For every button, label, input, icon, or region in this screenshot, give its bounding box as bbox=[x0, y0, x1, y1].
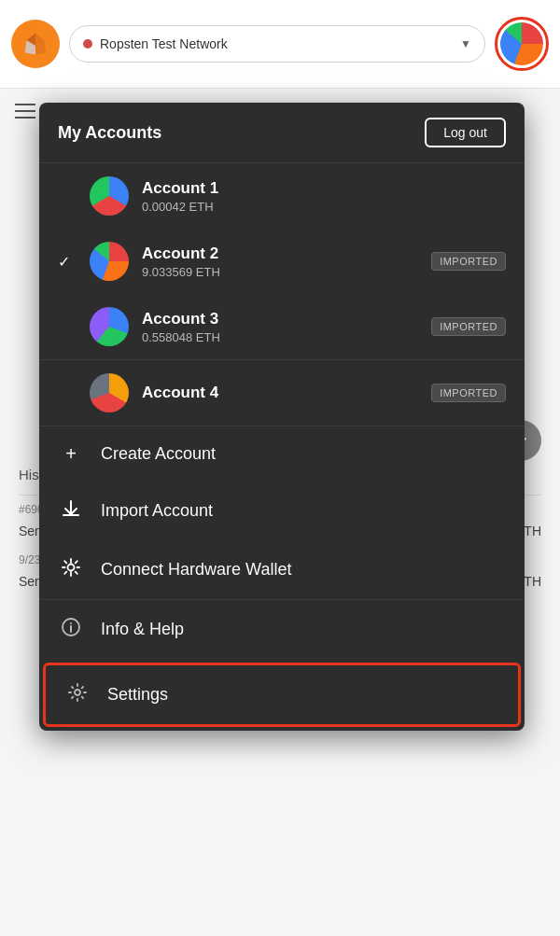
create-account-label: Create Account bbox=[101, 444, 216, 464]
action-list: + Create Account Import Account Connect … bbox=[39, 426, 525, 600]
svg-point-7 bbox=[68, 565, 75, 571]
account-info-3: Account 3 0.558048 ETH bbox=[142, 310, 418, 344]
accounts-dropdown: My Accounts Log out Account 1 0.00042 ET… bbox=[39, 103, 525, 731]
logout-button[interactable]: Log out bbox=[425, 118, 506, 147]
account-balance-2: 9.033569 ETH bbox=[142, 265, 418, 279]
imported-badge-4: IMPORTED bbox=[431, 384, 506, 402]
account-item-2[interactable]: ✓ Account 2 9.033569 ETH IMPORTED bbox=[39, 229, 525, 294]
account-info-4: Account 4 bbox=[142, 384, 418, 402]
account-item-4[interactable]: Account 4 IMPORTED bbox=[39, 359, 525, 426]
metamask-logo bbox=[11, 20, 60, 68]
info-help-item[interactable]: Info & Help bbox=[39, 600, 525, 659]
account-info-1: Account 1 0.00042 ETH bbox=[142, 179, 506, 214]
dropdown-header: My Accounts Log out bbox=[39, 103, 525, 163]
account-avatar-2 bbox=[90, 242, 129, 281]
settings-label: Settings bbox=[107, 685, 168, 705]
settings-icon bbox=[64, 682, 91, 707]
import-account-label: Import Account bbox=[101, 501, 213, 521]
topbar: Ropsten Test Network ▼ bbox=[0, 0, 560, 89]
info-icon bbox=[58, 617, 84, 642]
settings-item[interactable]: Settings bbox=[43, 663, 521, 727]
dropdown-title: My Accounts bbox=[58, 123, 161, 143]
svg-point-10 bbox=[75, 690, 80, 695]
account-avatar-1 bbox=[90, 176, 129, 216]
avatar bbox=[500, 22, 543, 65]
account-avatar-3 bbox=[90, 307, 129, 346]
account-name-1: Account 1 bbox=[142, 179, 506, 198]
hamburger-icon[interactable] bbox=[15, 104, 35, 119]
network-name: Ropsten Test Network bbox=[100, 36, 453, 51]
imported-badge-3: IMPORTED bbox=[431, 317, 506, 336]
create-account-icon: + bbox=[58, 443, 84, 465]
bottom-items: Info & Help Settings bbox=[39, 600, 525, 727]
connect-hardware-icon bbox=[58, 557, 84, 582]
info-help-label: Info & Help bbox=[101, 620, 184, 639]
account-name-4: Account 4 bbox=[142, 384, 418, 402]
account-avatar-4 bbox=[90, 373, 129, 412]
network-selector[interactable]: Ropsten Test Network ▼ bbox=[69, 25, 485, 63]
account-item-3[interactable]: Account 3 0.558048 ETH IMPORTED bbox=[39, 294, 525, 359]
account-list: Account 1 0.00042 ETH ✓ Account 2 9.0335… bbox=[39, 163, 525, 426]
account-name-3: Account 3 bbox=[142, 310, 418, 328]
account-balance-1: 0.00042 ETH bbox=[142, 200, 506, 214]
import-account-item[interactable]: Import Account bbox=[39, 482, 525, 540]
account-info-2: Account 2 9.033569 ETH bbox=[142, 244, 418, 279]
chevron-down-icon: ▼ bbox=[460, 37, 471, 50]
import-account-icon bbox=[58, 498, 84, 524]
connect-hardware-item[interactable]: Connect Hardware Wallet bbox=[39, 540, 525, 599]
network-status-dot bbox=[83, 39, 92, 49]
imported-badge-2: IMPORTED bbox=[431, 252, 506, 271]
create-account-item[interactable]: + Create Account bbox=[39, 426, 525, 482]
svg-point-9 bbox=[70, 622, 72, 624]
account-checkmark-2: ✓ bbox=[58, 253, 77, 271]
account-avatar-button[interactable] bbox=[495, 17, 549, 71]
account-balance-3: 0.558048 ETH bbox=[142, 330, 418, 344]
connect-hardware-label: Connect Hardware Wallet bbox=[101, 560, 291, 580]
account-name-2: Account 2 bbox=[142, 244, 418, 263]
account-item-1[interactable]: Account 1 0.00042 ETH bbox=[39, 163, 525, 229]
